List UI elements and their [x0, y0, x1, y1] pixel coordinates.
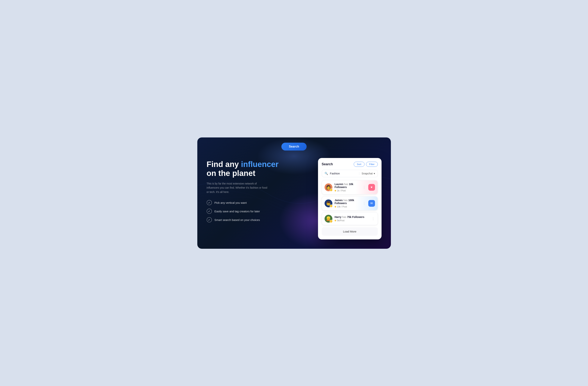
panel-actions: Sort Filter	[354, 162, 378, 167]
stat-dot-harry	[335, 220, 336, 221]
influencer-followers-harry: 75k Followers	[347, 216, 364, 219]
influencer-card-james: 👦 ⚡ James has 100k Followers	[322, 196, 378, 210]
influencer-info-lauren: Lauren has 10k Followers 1k / Post	[335, 183, 360, 192]
search-icon: 🔍	[325, 172, 328, 175]
influencer-post-stat-lauren: 1k / Post	[337, 189, 346, 192]
avatar-badge-james: ⚡	[330, 204, 333, 207]
influencer-card-harry: 👱 ⚡ Harry has 75k Followers	[322, 212, 378, 225]
feature-label-2: Easily save and tag creators for later	[214, 210, 260, 213]
screen-wrapper: Search Find any influencer on the planet…	[191, 131, 397, 255]
stat-dot-james	[335, 206, 336, 207]
feature-item-2: ✓ Easily save and tag creators for later	[207, 209, 311, 214]
headline: Find any influencer on the planet	[207, 160, 311, 178]
influencer-post-stat-james: 10k / Post	[337, 205, 347, 208]
check-icon-2: ✓	[207, 209, 212, 214]
avatar-wrap-harry: 👱 ⚡	[325, 215, 332, 223]
search-bar[interactable]: 🔍 Fashion Snapchat ▾	[322, 170, 378, 177]
headline-highlight: influencer	[241, 160, 279, 169]
platform-label: Snapchat	[361, 172, 373, 175]
panel-title: Search	[322, 162, 333, 166]
influencer-name-line-james: James has 100k Followers	[335, 199, 360, 205]
feature-item-1: ✓ Pick any vertical you want	[207, 200, 311, 205]
influencer-info-james: James has 100k Followers 10k / Post	[335, 199, 360, 208]
check-icon-1: ✓	[207, 200, 212, 205]
top-bar: Search	[197, 138, 391, 150]
influencer-info-harry: Harry has 75k Followers 5k/Post	[335, 216, 369, 222]
platform-select[interactable]: Snapchat ▾	[359, 172, 375, 175]
subtitle: This is by far the most extensive networ…	[207, 182, 270, 194]
influencer-list: 👩 ⚡ Lauren has 10k Followers	[322, 180, 378, 225]
headline-part1: Find any	[207, 160, 241, 169]
influencer-name-line-harry: Harry has 75k Followers	[335, 216, 369, 219]
three-dots-lauren[interactable]: ⋮	[362, 185, 366, 189]
influencer-has-james: has	[343, 199, 348, 202]
main-card: Search Find any influencer on the planet…	[197, 138, 391, 249]
search-button[interactable]: Search	[281, 143, 307, 150]
influencer-post-stat-harry: 5k/Post	[337, 219, 345, 222]
influencer-name-harry: Harry	[335, 216, 341, 219]
left-section: Find any influencer on the planet This i…	[207, 158, 311, 223]
avatar-badge-lauren: ⚡	[330, 188, 333, 191]
search-panel: Search Sort Filter 🔍 Fashion Snapchat ▾	[318, 158, 381, 239]
influencer-has-lauren: has	[344, 183, 349, 186]
feature-label-1: Pick any vertical you want	[214, 201, 247, 204]
influencer-name-james: James	[335, 199, 343, 202]
panel-header: Search Sort Filter	[322, 162, 378, 167]
content-area: Find any influencer on the planet This i…	[197, 150, 391, 249]
headline-part2: on the planet	[207, 169, 255, 178]
avatar-wrap-lauren: 👩 ⚡	[325, 183, 332, 191]
feature-item-3: ✓ Smart search based on your choices	[207, 217, 311, 223]
avatar-wrap-james: 👦 ⚡	[325, 200, 332, 207]
influencer-name-lauren: Lauren	[335, 183, 343, 186]
heart-action-lauren[interactable]: ♥	[368, 184, 375, 191]
influencer-name-line-lauren: Lauren has 10k Followers	[335, 183, 360, 189]
search-input-value: Fashion	[330, 172, 357, 175]
right-section: Search Sort Filter 🔍 Fashion Snapchat ▾	[318, 158, 381, 239]
feature-label-3: Smart search based on your choices	[214, 218, 260, 222]
influencer-stat-james: 10k / Post	[335, 205, 360, 208]
influencer-stat-lauren: 1k / Post	[335, 189, 360, 192]
influencer-card-lauren: 👩 ⚡ Lauren has 10k Followers	[322, 180, 378, 194]
avatar-badge-harry: ⚡	[330, 220, 333, 223]
filter-button[interactable]: Filter	[366, 162, 378, 167]
influencer-has-harry: has	[342, 216, 347, 219]
three-dots-james[interactable]: ⋮	[362, 201, 366, 205]
three-dots-harry[interactable]: ⋮	[371, 217, 375, 221]
chevron-down-icon: ▾	[374, 172, 375, 175]
influencer-stat-harry: 5k/Post	[335, 219, 369, 222]
sort-button[interactable]: Sort	[354, 162, 364, 167]
feature-list: ✓ Pick any vertical you want ✓ Easily sa…	[207, 200, 311, 223]
load-more-button[interactable]: Load More	[322, 227, 378, 236]
stat-dot-lauren	[335, 190, 336, 191]
message-action-james[interactable]: ✉	[368, 200, 375, 207]
check-icon-3: ✓	[207, 217, 212, 223]
